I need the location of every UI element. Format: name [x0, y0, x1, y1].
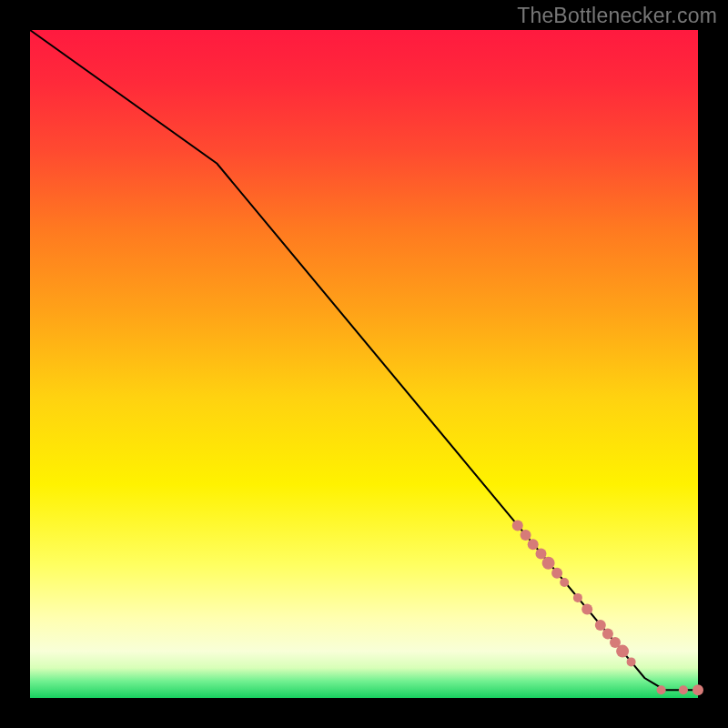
data-point	[551, 568, 562, 579]
data-point	[616, 645, 629, 658]
curve-line	[30, 30, 698, 690]
data-point	[542, 557, 555, 570]
data-point	[573, 593, 582, 602]
data-point	[693, 684, 703, 695]
chart-overlay	[30, 30, 698, 698]
data-point	[595, 620, 606, 631]
data-point	[528, 539, 539, 550]
data-point	[536, 549, 547, 560]
attribution-text: TheBottlenecker.com	[517, 4, 717, 28]
data-point	[560, 578, 569, 587]
data-point	[521, 530, 531, 541]
data-point	[602, 629, 613, 640]
data-markers	[512, 521, 703, 696]
data-point	[512, 521, 523, 531]
data-point	[679, 685, 688, 694]
data-point	[657, 685, 666, 694]
data-point	[581, 603, 592, 614]
plot-area	[30, 30, 698, 698]
data-point	[627, 657, 636, 666]
